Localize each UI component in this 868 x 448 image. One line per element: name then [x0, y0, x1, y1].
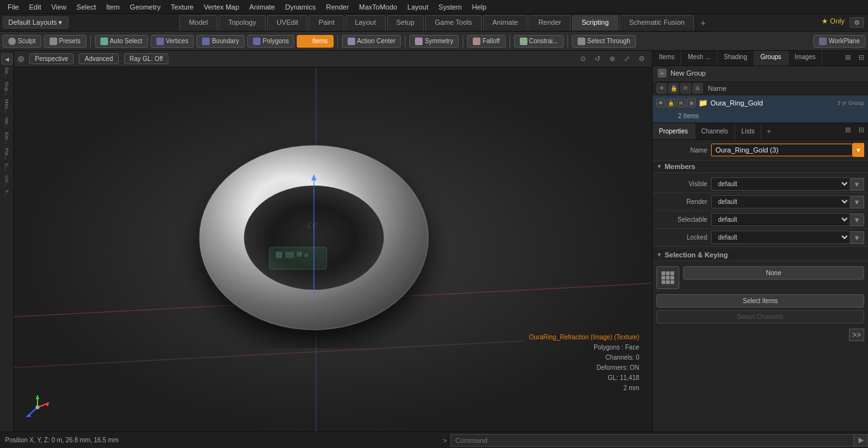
prop-name-input[interactable]: [711, 144, 853, 156]
keying-grid-button[interactable]: [656, 266, 679, 289]
menu-render[interactable]: Render: [321, 2, 354, 12]
sculpt-button[interactable]: Sculpt: [3, 35, 41, 48]
viewport-canvas[interactable]: ce: [14, 67, 652, 431]
prop-selectable-select[interactable]: default: [711, 213, 850, 226]
constraints-button[interactable]: Constrai...: [514, 35, 564, 48]
panel-tab-shading[interactable]: Shading: [717, 51, 754, 65]
viewport-raygl-button[interactable]: Ray GL: Off: [124, 53, 169, 64]
panel-bottom-tabs: Properties Channels Lists + ⊞ ⊟: [653, 123, 868, 140]
layer-render-icon[interactable]: R: [681, 83, 691, 93]
viewport-rotate-icon[interactable]: ↺: [592, 53, 604, 64]
menu-vertex-map[interactable]: Vertex Map: [199, 2, 245, 12]
select-channels-button[interactable]: Select Channels: [656, 310, 864, 323]
panel-bottom-tab-lists[interactable]: Lists: [735, 123, 762, 139]
menu-file[interactable]: File: [3, 2, 24, 12]
prop-render-arrow[interactable]: ▼: [850, 196, 864, 208]
panel-tab-mesh[interactable]: Mesh ...: [681, 51, 717, 65]
viewport-advanced-button[interactable]: Advanced: [79, 53, 118, 64]
menu-geometry[interactable]: Geometry: [125, 2, 165, 12]
keying-grid-icon: [661, 271, 674, 284]
tab-paint[interactable]: Paint: [309, 15, 344, 31]
bottom-execute-button[interactable]: ▶: [854, 434, 868, 447]
symmetry-button[interactable]: Symmetry: [409, 35, 459, 48]
tab-scripting[interactable]: Scripting: [572, 15, 618, 31]
action-center-button[interactable]: Action Center: [342, 35, 402, 48]
menu-edit[interactable]: Edit: [24, 2, 46, 12]
items-button[interactable]: Items: [297, 35, 333, 48]
layout-dropdown[interactable]: Default Layouts ▾: [3, 17, 69, 29]
tab-setup[interactable]: Setup: [387, 15, 424, 31]
auto-select-button[interactable]: Auto Select: [95, 35, 148, 48]
viewport-camera-icon[interactable]: ⊙: [577, 53, 589, 64]
select-through-button[interactable]: Select Through: [572, 35, 636, 48]
viewport-dot[interactable]: [18, 56, 24, 62]
keying-btn-col: None: [683, 266, 864, 289]
prop-selectable-arrow[interactable]: ▼: [850, 214, 864, 226]
layer-extra-icon[interactable]: ⊞: [693, 83, 703, 93]
layer-item-extra-icon[interactable]: ⊞: [687, 98, 696, 107]
bottom-command-arrow[interactable]: >: [439, 437, 451, 444]
menu-view[interactable]: View: [46, 2, 72, 12]
viewport-settings-icon[interactable]: ⚙: [635, 53, 648, 64]
panel-tab-images[interactable]: Images: [789, 51, 823, 65]
sidebar-toggle-button[interactable]: ◀: [1, 53, 13, 65]
prop-name-accent-button[interactable]: ▼: [853, 143, 864, 157]
menu-item[interactable]: Item: [101, 2, 125, 12]
tab-game-tools[interactable]: Game Tools: [425, 15, 482, 31]
panel-bottom-expand-icon[interactable]: ⊞: [841, 123, 855, 139]
prop-locked-arrow[interactable]: ▼: [850, 231, 864, 244]
layer-item-visible-icon[interactable]: 👁: [656, 98, 665, 107]
tab-layout[interactable]: Layout: [346, 15, 386, 31]
menu-dynamics[interactable]: Dynamics: [280, 2, 321, 12]
menu-help[interactable]: Help: [467, 2, 492, 12]
layout-settings-button[interactable]: ⚙: [850, 17, 864, 28]
layer-visible-icon[interactable]: 👁: [656, 83, 667, 93]
panel-bottom-tab-properties[interactable]: Properties: [653, 123, 695, 139]
boundary-button[interactable]: Boundary: [196, 35, 245, 48]
add-layout-tab-button[interactable]: +: [695, 15, 710, 31]
layer-lock-icon[interactable]: 🔒: [668, 83, 679, 93]
new-group-button[interactable]: + New Group: [653, 66, 868, 81]
tab-uvedit[interactable]: UVEdit: [267, 15, 308, 31]
panel-bottom-add-tab-button[interactable]: +: [761, 123, 776, 139]
panel-tab-groups[interactable]: Groups: [754, 51, 789, 65]
polygons-button[interactable]: Polygons: [247, 35, 294, 48]
prop-members-header[interactable]: ▼ Members: [653, 161, 868, 173]
tab-render[interactable]: Render: [529, 15, 571, 31]
bottom-command-input[interactable]: [451, 434, 854, 447]
menu-select[interactable]: Select: [71, 2, 101, 12]
viewport-zoom-icon[interactable]: ⊕: [606, 53, 618, 64]
select-items-button[interactable]: Select Items: [656, 294, 864, 308]
panel-collapse-icon[interactable]: ⊟: [855, 51, 868, 65]
layer-item-render-icon[interactable]: R: [677, 98, 686, 107]
prop-visible-select[interactable]: default: [711, 177, 850, 191]
panel-arrow-button[interactable]: >>: [849, 329, 864, 341]
tab-animate[interactable]: Animate: [483, 15, 527, 31]
tab-schematic-fusion[interactable]: Schematic Fusion: [620, 15, 694, 31]
prop-locked-select[interactable]: default: [711, 231, 850, 244]
keying-none-button[interactable]: None: [683, 266, 864, 280]
menu-animate[interactable]: Animate: [244, 2, 280, 12]
tab-model[interactable]: Model: [179, 15, 217, 31]
prop-render-select[interactable]: default: [711, 195, 850, 208]
viewport-perspective-button[interactable]: Perspective: [29, 53, 74, 64]
layer-item-lock-icon[interactable]: 🔒: [667, 98, 675, 107]
viewport-fullscreen-icon[interactable]: ⤢: [621, 53, 633, 64]
layer-item-ring-gold[interactable]: 👁 🔒 R ⊞ 📁 Oura_Ring_Gold 3 yr Group: [653, 96, 868, 111]
menu-maxtomode[interactable]: MaxToModo: [354, 2, 402, 12]
vertices-button[interactable]: Vertices: [151, 35, 194, 48]
panel-bottom-tab-channels[interactable]: Channels: [695, 123, 735, 139]
tab-topology[interactable]: Topology: [219, 15, 266, 31]
toolbar-separator-3: [405, 35, 405, 48]
panel-tab-items[interactable]: Items: [653, 51, 681, 65]
prop-visible-arrow[interactable]: ▼: [850, 178, 864, 191]
panel-bottom-collapse-icon[interactable]: ⊟: [855, 123, 868, 139]
presets-button[interactable]: Presets: [44, 35, 86, 48]
menu-layout[interactable]: Layout: [402, 2, 433, 12]
panel-expand-icon[interactable]: ⊞: [841, 51, 855, 65]
menu-system[interactable]: System: [433, 2, 467, 12]
menu-texture[interactable]: Texture: [166, 2, 199, 12]
falloff-button[interactable]: Falloff: [467, 35, 505, 48]
prop-selection-keying-header[interactable]: ▼ Selection & Keying: [653, 249, 868, 261]
workplane-button[interactable]: WorkPlane: [813, 35, 865, 48]
